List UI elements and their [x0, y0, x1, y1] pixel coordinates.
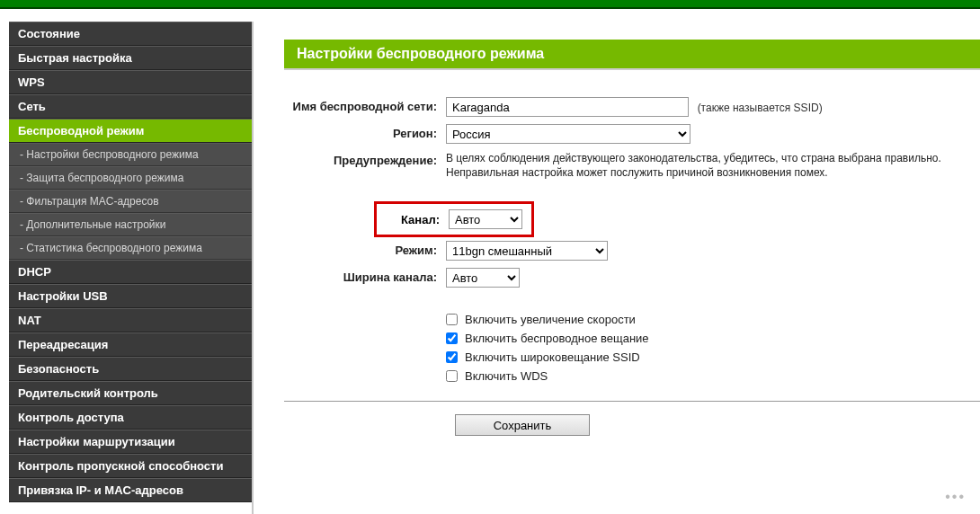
label-ssid: Имя беспроводной сети:: [284, 97, 446, 113]
sidebar-sub-advanced[interactable]: - Дополнительные настройки: [9, 213, 252, 236]
row-ssid: Имя беспроводной сети: (также называется…: [284, 97, 980, 117]
label-region: Регион:: [284, 124, 446, 140]
sidebar-item-security[interactable]: Безопасность: [9, 357, 252, 381]
window-top-bar: [0, 0, 980, 9]
resize-grip-icon: •••: [945, 489, 966, 505]
row-width: Ширина канала: Авто: [284, 268, 980, 288]
row-warning: Предупреждение: В целях соблюдения дейст…: [284, 151, 980, 180]
sidebar: Состояние Быстрая настройка WPS Сеть Бес…: [0, 22, 254, 514]
lbl-broadcast: Включить беспроводное вещание: [465, 332, 649, 345]
label-warning: Предупреждение:: [284, 151, 446, 167]
sidebar-item-access-control[interactable]: Контроль доступа: [9, 405, 252, 430]
region-select[interactable]: Россия: [446, 124, 690, 144]
sidebar-item-wps[interactable]: WPS: [9, 70, 252, 94]
label-channel: Канал:: [377, 213, 449, 226]
sidebar-item-usb[interactable]: Настройки USB: [9, 284, 252, 308]
ssid-hint: (также называется SSID): [698, 102, 823, 114]
lbl-speed: Включить увеличение скорости: [465, 313, 636, 326]
sidebar-sub-wireless-security[interactable]: - Защита беспроводного режима: [9, 166, 252, 190]
sidebar-item-network[interactable]: Сеть: [9, 94, 252, 119]
sidebar-item-dhcp[interactable]: DHCP: [9, 260, 252, 284]
label-empty: [284, 307, 446, 310]
chk-wds[interactable]: [446, 370, 458, 382]
sidebar-item-bandwidth[interactable]: Контроль пропускной способности: [9, 454, 252, 478]
divider: [284, 401, 980, 402]
row-checks: Включить увеличение скорости Включить бе…: [284, 307, 980, 388]
sidebar-item-status[interactable]: Состояние: [9, 22, 252, 46]
sidebar-sub-wireless-settings[interactable]: - Настройки беспроводного режима: [9, 143, 252, 166]
sidebar-item-wireless[interactable]: Беспроводной режим: [9, 119, 252, 143]
label-mode: Режим:: [284, 241, 446, 257]
page-title: Настройки беспроводного режима: [284, 40, 980, 68]
spacer: [0, 9, 980, 22]
sidebar-item-parental[interactable]: Родительский контроль: [9, 381, 252, 405]
chk-ssid[interactable]: [446, 351, 458, 363]
warning-text: В целях соблюдения действующего законода…: [446, 151, 980, 180]
label-width: Ширина канала:: [284, 268, 446, 284]
save-button[interactable]: Сохранить: [455, 414, 590, 436]
chk-speed[interactable]: [446, 314, 458, 325]
row-region: Регион: Россия: [284, 124, 980, 144]
sidebar-item-ip-mac-binding[interactable]: Привязка IP- и MAC-адресов: [9, 478, 252, 502]
sidebar-item-nat[interactable]: NAT: [9, 308, 252, 332]
sidebar-sub-wireless-stats[interactable]: - Статистика беспроводного режима: [9, 236, 252, 260]
lbl-wds: Включить WDS: [465, 369, 548, 383]
width-select[interactable]: Авто: [446, 268, 520, 288]
mode-select[interactable]: 11bgn смешанный: [446, 241, 608, 261]
lbl-ssid: Включить широковещание SSID: [465, 350, 640, 364]
ssid-input[interactable]: [446, 97, 689, 117]
channel-select[interactable]: Авто: [449, 209, 522, 229]
channel-highlight: Канал: Авто: [374, 201, 534, 237]
main-panel: Настройки беспроводного режима Имя беспр…: [254, 22, 980, 514]
chk-broadcast[interactable]: [446, 332, 458, 344]
sidebar-item-quick-setup[interactable]: Быстрая настройка: [9, 46, 252, 70]
row-mode: Режим: 11bgn смешанный: [284, 241, 980, 261]
sidebar-item-routing[interactable]: Настройки маршрутизации: [9, 430, 252, 454]
sidebar-item-forwarding[interactable]: Переадресация: [9, 332, 252, 357]
sidebar-sub-mac-filter[interactable]: - Фильтрация MAC-адресов: [9, 190, 252, 213]
title-underline: [284, 68, 980, 70]
main-container: Состояние Быстрая настройка WPS Сеть Бес…: [0, 22, 980, 514]
